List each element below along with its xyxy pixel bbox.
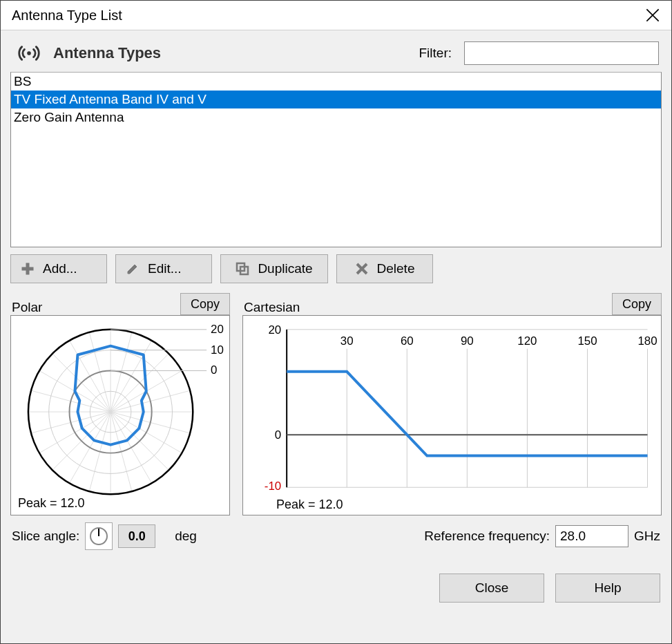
edit-label: Edit... (148, 261, 182, 276)
polar-title: Polar (10, 300, 42, 315)
plus-icon (21, 262, 35, 276)
filter-input[interactable] (464, 41, 659, 65)
close-button[interactable]: Close (439, 574, 544, 603)
svg-text:20: 20 (268, 323, 281, 337)
polar-chart: 20100 Peak = 12.0 (10, 315, 230, 515)
header-row: Antenna Types Filter: (10, 39, 662, 72)
slice-angle-knob[interactable] (85, 522, 113, 550)
slice-angle-label: Slice angle: (12, 529, 79, 544)
slice-angle-value: 0.0 (118, 524, 155, 548)
polar-peak-label: Peak = 12.0 (18, 496, 85, 511)
delete-button[interactable]: Delete (336, 254, 433, 283)
svg-text:90: 90 (461, 334, 474, 348)
add-label: Add... (43, 261, 77, 276)
duplicate-icon (236, 262, 249, 276)
close-icon[interactable] (644, 6, 662, 24)
section-title: Antenna Types (53, 44, 411, 62)
edit-button[interactable]: Edit... (115, 254, 212, 283)
svg-text:150: 150 (577, 334, 597, 348)
svg-text:180: 180 (637, 334, 657, 348)
cartesian-pane: Cartesian Copy 306090120150180200-10 Pea… (242, 292, 662, 515)
svg-text:60: 60 (401, 334, 414, 348)
duplicate-button[interactable]: Duplicate (220, 254, 328, 283)
ref-freq-label: Reference frequency: (424, 529, 550, 544)
delete-label: Delete (377, 261, 415, 276)
ref-freq-unit: GHz (634, 529, 660, 544)
window-title: Antenna Type List (12, 8, 644, 23)
add-button[interactable]: Add... (10, 254, 107, 283)
content-area: Antenna Types Filter: BSTV Fixed Antenna… (1, 30, 671, 643)
titlebar: Antenna Type List (1, 1, 671, 30)
footer: Close Help (10, 550, 662, 604)
pencil-icon (126, 262, 140, 276)
cartesian-chart: 306090120150180200-10 Peak = 12.0 (242, 315, 662, 515)
cartesian-copy-button[interactable]: Copy (612, 293, 662, 315)
svg-text:30: 30 (340, 334, 354, 348)
toolbar: Add... Edit... Duplicate Delete (10, 247, 662, 292)
svg-text:0: 0 (211, 363, 217, 377)
polar-copy-button[interactable]: Copy (180, 293, 230, 315)
knob-icon (88, 526, 109, 547)
svg-text:10: 10 (211, 343, 224, 357)
svg-text:120: 120 (517, 334, 537, 348)
polar-pane: Polar Copy 20100 Peak = 12.0 (10, 292, 230, 515)
cartesian-peak-label: Peak = 12.0 (276, 498, 343, 512)
list-item[interactable]: Zero Gain Antenna (11, 108, 661, 126)
slice-angle-unit: deg (175, 529, 197, 544)
antenna-icon (13, 43, 45, 64)
x-icon (355, 262, 369, 276)
list-item[interactable]: TV Fixed Antenna Band IV and V (11, 91, 661, 108)
duplicate-label: Duplicate (258, 261, 312, 276)
svg-text:0: 0 (275, 428, 281, 442)
svg-rect-4 (22, 267, 33, 270)
controls-row: Slice angle: 0.0 deg Reference frequency… (10, 515, 662, 550)
svg-text:-10: -10 (265, 480, 281, 493)
svg-text:20: 20 (211, 323, 224, 336)
charts-row: Polar Copy 20100 Peak = 12.0 Cartesian C… (10, 292, 662, 515)
window: Antenna Type List Antenna Types Filter: … (0, 0, 672, 644)
svg-point-2 (27, 51, 31, 55)
filter-label: Filter: (419, 46, 452, 61)
ref-freq-input[interactable] (555, 525, 628, 547)
help-button[interactable]: Help (555, 574, 660, 603)
antenna-type-list[interactable]: BSTV Fixed Antenna Band IV and VZero Gai… (10, 72, 662, 247)
list-item[interactable]: BS (11, 73, 661, 91)
cartesian-title: Cartesian (242, 300, 300, 315)
